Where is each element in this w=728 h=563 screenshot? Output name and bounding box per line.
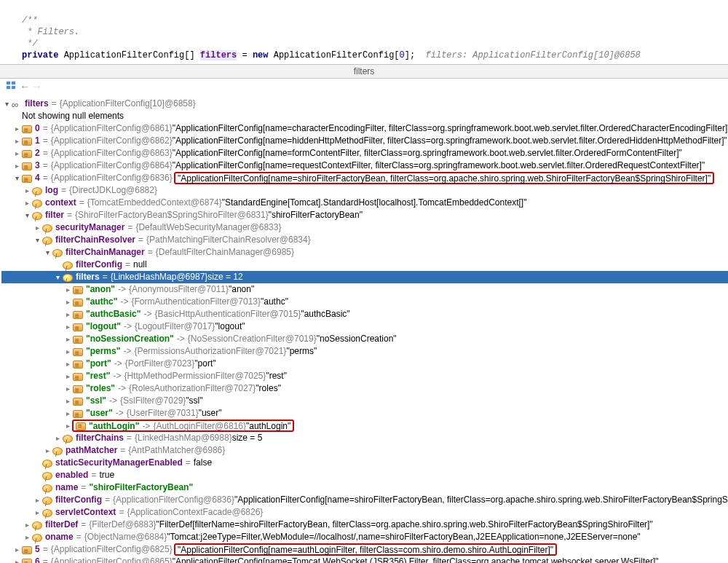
tree-row[interactable]: 5 = {ApplicationFilterConfig@6825} "Appl… [1,543,728,556]
tree-row-selected[interactable]: filters = {LinkedHashMap@6987} size = 12 [1,271,728,283]
tree-row[interactable]: 0 = {ApplicationFilterConfig@6861} "Appl… [1,122,728,135]
chevron-right-icon[interactable] [63,370,73,382]
map-entry-icon [73,299,83,307]
tree-row[interactable]: enabled = true [1,469,728,481]
map-value: "port" [194,358,215,370]
chevron-right-icon[interactable] [63,395,73,407]
code-editor[interactable]: /** * Filters. */ private ApplicationFil… [0,0,728,64]
map-ref: {BasicHttpAuthenticationFilter@7015} [154,308,301,320]
keyword: new [253,50,269,60]
tree-row[interactable]: filterConfig = null [1,259,728,271]
map-ref: {NoSessionCreationFilter@7019} [188,333,317,345]
tree-row-map-entry[interactable]: "logout" -> {LogoutFilter@7017} "logout" [1,320,728,333]
variable: filters [200,50,237,60]
tree-row[interactable]: name = "shiroFilterFactoryBean" [1,481,728,494]
map-key: "roles" [86,382,115,395]
map-ref: {FormAuthenticationFilter@7013} [131,296,261,308]
map-value: "authc" [261,296,288,308]
svg-rect-1 [12,82,15,84]
tree-row-root[interactable]: filters = {ApplicationFilterConfig[10]@6… [1,98,728,110]
map-entry-icon [73,311,83,319]
tree-row[interactable]: filterChains = {LinkedHashMap@6988} size… [1,432,728,444]
tree-row[interactable]: servletContext = {ApplicationContextFaca… [1,506,728,519]
map-ref: {HttpMethodPermissionFilter@7025} [124,370,266,382]
tree-row[interactable]: filterDef = {FilterDef@6883} "FilterDef[… [1,519,728,531]
tree-row-map-entry[interactable]: "port" -> {PortFilter@7023} "port" [1,358,728,370]
comment-line: */ [22,39,38,49]
map-ref: {AnonymousFilter@7011} [129,283,229,296]
comment-line: * Filters. [22,27,79,37]
map-value: "logout" [215,320,245,333]
map-ref: {AuthLoginFilter@6816} [153,421,246,431]
map-value: "ssl" [186,395,202,407]
chevron-right-icon[interactable] [63,320,73,333]
tree-row[interactable]: filterConfig = {ApplicationFilterConfig@… [1,494,728,506]
tree-row[interactable]: staticSecurityManagerEnabled = false [1,457,728,469]
tree-row[interactable]: 6 = {ApplicationFilterConfig@6865} "Appl… [1,556,728,563]
map-key: "rest" [86,370,110,382]
highlight-box: "ApplicationFilterConfig[name=shiroFilte… [174,172,714,184]
tree-row-expanded[interactable]: 4 = {ApplicationFilterConfig@6836} "Appl… [1,172,728,184]
tree-row-map-entry[interactable]: "anon" -> {AnonymousFilter@7011} "anon" [1,283,728,296]
tree-row[interactable]: filter = {ShiroFilterFactoryBean$SpringS… [1,209,728,221]
map-key: "authcBasic" [86,308,141,320]
map-key: "logout" [86,320,121,333]
map-key: "user" [86,407,113,420]
highlight-box: "ApplicationFilterConfig[name=authLoginF… [174,543,557,556]
chevron-right-icon[interactable] [63,345,73,358]
tree-row[interactable]: pathMatcher = {AntPathMatcher@6986} [1,444,728,457]
tree-row-map-entry[interactable]: "perms" -> {PermissionsAuthorizationFilt… [1,345,728,358]
map-entry-icon [73,286,83,294]
tree-row[interactable]: filterChainManager = {DefaultFilterChain… [1,246,728,259]
tree-row[interactable]: securityManager = {DefaultWebSecurityMan… [1,221,728,234]
chevron-right-icon[interactable] [12,122,22,135]
tree-row-map-entry[interactable]: "authLogin" -> {AuthLoginFilter@6816} "a… [1,420,728,432]
tree-row-map-entry[interactable]: "roles" -> {RolesAuthorizationFilter@702… [1,382,728,395]
map-value: "user" [199,407,222,420]
map-key: "port" [86,358,111,370]
chevron-right-icon[interactable] [63,308,73,320]
inline-hint: filters: ApplicationFilterConfig[10]@685… [415,50,641,60]
tree-row-map-entry[interactable]: "authcBasic" -> {BasicHttpAuthentication… [1,308,728,320]
map-entry-icon [73,348,83,356]
tree-row[interactable]: filterChainResolver = {PathMatchingFilte… [1,234,728,246]
tree-row[interactable]: oname = {ObjectName@6884} "Tomcat:j2eeTy… [1,531,728,543]
tree-row[interactable]: log = {DirectJDKLog@6882} [1,184,728,197]
map-ref: {PortFilter@7023} [125,358,195,370]
field-icon [32,187,42,195]
map-key: "authLogin" [89,421,139,431]
watch-icon [12,99,22,109]
tree-row-map-entry[interactable]: "rest" -> {HttpMethodPermissionFilter@70… [1,370,728,382]
chevron-right-icon[interactable] [63,283,73,296]
map-key: "ssl" [86,395,106,407]
tree-row-map-entry[interactable]: "user" -> {UserFilter@7031} "user" [1,407,728,420]
tree-config-icon[interactable] [6,80,16,93]
tree-row[interactable]: 3 = {ApplicationFilterConfig@6864} "Appl… [1,160,728,172]
chevron-right-icon[interactable] [63,382,73,395]
debug-tab-label[interactable]: filters [0,64,728,79]
map-entry-icon [73,361,83,369]
chevron-right-icon[interactable] [63,420,73,432]
forward-icon[interactable]: → [33,82,39,92]
svg-rect-0 [7,82,10,84]
keyword: private [22,50,58,60]
chevron-right-icon[interactable] [63,358,73,370]
variables-tree[interactable]: filters = {ApplicationFilterConfig[10]@6… [0,95,728,563]
tree-row[interactable]: 2 = {ApplicationFilterConfig@6863} "Appl… [1,147,728,160]
tree-row-map-entry[interactable]: "authc" -> {FormAuthenticationFilter@701… [1,296,728,308]
tree-row-map-entry[interactable]: "noSessionCreation" -> {NoSessionCreatio… [1,333,728,345]
tree-row-map-entry[interactable]: "ssl" -> {SslFilter@7029} "ssl" [1,395,728,407]
comment-line: /** [22,15,38,25]
chevron-right-icon[interactable] [63,296,73,308]
back-icon[interactable]: ← [22,82,28,92]
map-value: "perms" [286,345,317,358]
tree-row[interactable]: 1 = {ApplicationFilterConfig@6862} "Appl… [1,135,728,147]
chevron-down-icon[interactable] [12,172,22,184]
map-entry-icon [76,422,86,430]
chevron-right-icon[interactable] [63,333,73,345]
chevron-right-icon[interactable] [63,407,73,420]
svg-rect-2 [7,86,10,89]
chevron-down-icon[interactable] [1,98,12,110]
map-ref: {LogoutFilter@7017} [135,320,215,333]
tree-row[interactable]: context = {TomcatEmbeddedContext@6874} "… [1,197,728,209]
